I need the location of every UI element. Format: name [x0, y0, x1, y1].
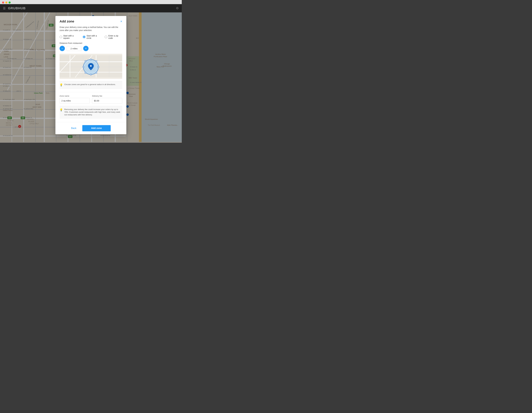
svg-point-143 — [90, 65, 92, 67]
zone-preview-map — [59, 54, 122, 79]
close-traffic-light[interactable] — [2, 1, 4, 4]
svg-point-140 — [83, 66, 84, 68]
lightbulb-icon-2: 💡 — [59, 108, 63, 112]
svg-point-139 — [85, 72, 86, 74]
delivery-fee-tip: 💡 Removing your delivery fee could incre… — [59, 106, 122, 118]
radio-circle-label: Start with a circle — [86, 35, 101, 39]
back-button[interactable]: Back — [71, 127, 76, 130]
modal-overlay: Add zone × Draw your delivery zone using… — [0, 4, 182, 143]
radio-option-circle[interactable]: Start with a circle — [83, 35, 101, 39]
radio-option-square[interactable]: Start with a square — [59, 35, 79, 39]
radio-option-zip[interactable]: Enter a zip code — [105, 35, 122, 39]
zone-name-label: Zone name — [59, 95, 90, 97]
add-zone-modal: Add zone × Draw your delivery zone using… — [56, 16, 126, 134]
svg-point-135 — [96, 60, 97, 62]
delivery-fee-input[interactable] — [92, 98, 122, 103]
distance-control: − 2 miles + — [59, 46, 122, 51]
modal-header: Add zone × — [56, 16, 126, 26]
radio-circle-indicator — [83, 36, 86, 38]
close-button[interactable]: × — [120, 20, 122, 23]
zone-name-input[interactable] — [59, 98, 90, 103]
decrease-distance-button[interactable]: − — [59, 46, 65, 51]
svg-point-138 — [90, 74, 92, 75]
radio-zip-indicator — [105, 36, 107, 38]
svg-point-141 — [85, 60, 86, 62]
radio-square-label: Start with a square — [63, 35, 79, 39]
minimize-traffic-light[interactable] — [5, 1, 7, 4]
add-zone-button[interactable]: Add zone — [82, 125, 111, 131]
tip-text-circular: Circular zones are great for a general r… — [64, 83, 116, 86]
increase-distance-button[interactable]: + — [83, 46, 88, 51]
zone-type-radio-group: Start with a square Start with a circle … — [59, 35, 122, 39]
svg-point-136 — [98, 66, 99, 68]
circular-zone-tip: 💡 Circular zones are great for a general… — [59, 81, 122, 89]
zone-name-group: Zone name — [59, 95, 90, 103]
radio-square-indicator — [59, 36, 62, 38]
svg-point-137 — [96, 72, 97, 74]
modal-description: Draw your delivery zone using a method b… — [59, 26, 122, 32]
radio-zip-label: Enter a zip code — [108, 35, 122, 39]
maximize-traffic-light[interactable] — [9, 1, 11, 4]
modal-body: Draw your delivery zone using a method b… — [56, 26, 126, 122]
distance-value: 2 miles — [67, 46, 81, 51]
fee-tip-text: Removing your delivery fee could increas… — [64, 108, 122, 116]
lightbulb-icon: 💡 — [59, 83, 63, 86]
distance-label: Distance from restaurant — [59, 42, 122, 44]
section-divider — [59, 92, 122, 92]
delivery-fee-group: Delivery fee — [92, 95, 122, 103]
delivery-fee-label: Delivery fee — [92, 95, 122, 97]
zone-form-row: Zone name Delivery fee — [59, 95, 122, 103]
svg-point-134 — [90, 59, 92, 60]
modal-title: Add zone — [59, 19, 74, 23]
modal-footer: Back Add zone — [56, 122, 126, 134]
